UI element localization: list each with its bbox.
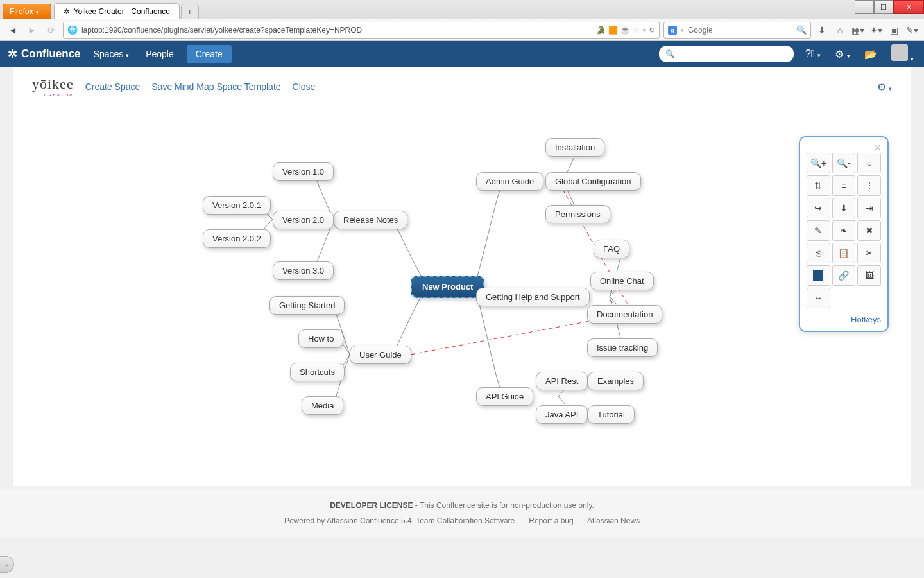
image-button[interactable]: 🖼 <box>857 265 881 286</box>
confluence-logo-icon: ✲ <box>8 47 17 61</box>
window-minimize-button[interactable]: — <box>855 0 874 14</box>
addon-icon[interactable]: 🟧 <box>608 26 618 35</box>
addon-icon[interactable]: ☕ <box>620 26 630 35</box>
list-view-button[interactable]: ≡ <box>832 175 856 196</box>
relation-button[interactable]: ↔ <box>807 288 830 308</box>
node-global-config[interactable]: Global Configuration <box>545 172 641 191</box>
save-template-link[interactable]: Save Mind Map Space Template <box>151 82 280 92</box>
zoom-out-button[interactable]: 🔍- <box>832 153 856 173</box>
window-maximize-button[interactable]: ☐ <box>874 0 893 14</box>
browser-tab[interactable]: ✲ Yoikee Creator - Confluence <box>54 3 180 19</box>
delete-button[interactable]: ✖ <box>857 220 881 241</box>
url-bar[interactable]: 🌐 laptop:1990/confluence/plugins/servlet… <box>63 22 660 39</box>
yoikee-toolbar: yōikee CREATOR Create Space Save Mind Ma… <box>13 67 911 107</box>
history-button[interactable]: ⟳ <box>44 22 59 38</box>
node-root[interactable]: New Product <box>411 276 484 298</box>
edit-button[interactable]: ✎ <box>807 220 830 241</box>
browser-search-box[interactable]: g ▾ 🔍 <box>663 22 811 39</box>
node-installation[interactable]: Installation <box>545 138 604 157</box>
color-button[interactable] <box>807 265 830 286</box>
style-button[interactable]: ❧ <box>832 220 856 241</box>
responsive-icon[interactable]: ▣ <box>887 25 901 35</box>
node-tutorial[interactable]: Tutorial <box>588 405 635 424</box>
node-java-api[interactable]: Java API <box>536 405 588 424</box>
node-v20[interactable]: Version 2.0 <box>273 211 334 229</box>
cut-button[interactable]: ✂ <box>857 243 881 263</box>
tab-favicon: ✲ <box>64 7 70 16</box>
people-menu[interactable]: People <box>142 46 178 62</box>
confluence-header: ✲ Confluence Spaces ▾ People Create 🔍 ?⃝… <box>0 41 924 67</box>
bookmark-star-icon[interactable]: ☆ <box>633 26 640 35</box>
notifications-icon[interactable]: 📂 <box>862 48 880 60</box>
node-user-guide[interactable]: User Guide <box>350 346 411 364</box>
download-button[interactable]: ⬇ <box>832 198 856 218</box>
reload-icon[interactable]: ↻ <box>649 26 655 35</box>
node-getting-started[interactable]: Getting Started <box>270 296 345 315</box>
dev-icon[interactable]: ✎▾ <box>905 25 919 35</box>
spaces-menu[interactable]: Spaces ▾ <box>90 46 133 62</box>
import-button[interactable]: ⇥ <box>857 198 881 218</box>
bookmarks-icon[interactable]: ▦▾ <box>851 25 865 35</box>
copy-button[interactable]: ⎘ <box>807 243 830 263</box>
attach-button[interactable]: 🔗 <box>832 265 856 286</box>
mindmap-canvas[interactable]: New Product Release Notes Version 1.0 Ve… <box>13 107 911 486</box>
atlassian-news-link[interactable]: Atlassian News <box>587 516 640 525</box>
node-documentation[interactable]: Documentation <box>587 305 662 324</box>
new-tab-button[interactable]: + <box>181 4 199 19</box>
firefox-menu-button[interactable]: Firefox <box>3 4 51 19</box>
create-space-link[interactable]: Create Space <box>85 82 141 92</box>
node-media[interactable]: Media <box>302 396 343 415</box>
node-shortcuts[interactable]: Shortcuts <box>290 363 345 381</box>
node-api-guide[interactable]: API Guide <box>476 387 533 406</box>
help-icon[interactable]: ?⃝ ▾ <box>803 48 823 60</box>
yoikee-settings-icon[interactable]: ⚙ ▾ <box>877 81 892 93</box>
forward-button[interactable]: ► <box>24 22 40 38</box>
zoom-fit-button[interactable]: ○ <box>857 153 881 173</box>
node-help-support[interactable]: Getting Help and Support <box>476 288 590 306</box>
node-api-rest[interactable]: API Rest <box>536 372 588 390</box>
close-link[interactable]: Close <box>293 82 316 92</box>
dropdown-icon[interactable]: ▾ <box>642 26 646 35</box>
user-menu[interactable]: ▾ <box>889 44 916 64</box>
window-close-button[interactable]: ✕ <box>893 0 924 14</box>
addon-toolbar-icon[interactable]: ✦▾ <box>869 25 883 35</box>
create-button[interactable]: Create <box>187 45 232 63</box>
confluence-search[interactable]: 🔍 <box>659 46 794 62</box>
addon-icon[interactable]: 🐊 <box>596 26 606 35</box>
node-online-chat[interactable]: Online Chat <box>590 272 654 290</box>
home-icon[interactable]: ⌂ <box>833 25 847 35</box>
downloads-icon[interactable]: ⬇ <box>815 25 829 35</box>
node-admin-guide[interactable]: Admin Guide <box>476 172 543 191</box>
avatar <box>891 44 908 61</box>
export-button[interactable]: ↪ <box>807 198 830 218</box>
node-how-to[interactable]: How to <box>298 329 343 348</box>
node-v202[interactable]: Version 2.0.2 <box>203 229 271 248</box>
toolbox-panel: × 🔍+ 🔍- ○ ⇅ ≡ ⋮ ↪ ⬇ ⇥ ✎ ❧ ✖ ⎘ 📋 ✂ 🔗 🖼 ↔ … <box>799 136 889 332</box>
site-identity-icon: 🌐 <box>67 25 78 35</box>
toolbox-close-icon[interactable]: × <box>874 141 881 155</box>
paste-button[interactable]: 📋 <box>832 243 856 263</box>
google-icon: g <box>668 26 677 35</box>
node-issue-tracking[interactable]: Issue tracking <box>587 338 658 357</box>
footer: DEVELOPER LICENSE - This Confluence site… <box>0 489 924 537</box>
zoom-in-button[interactable]: 🔍+ <box>807 153 830 173</box>
confluence-logo[interactable]: ✲ Confluence <box>8 47 81 61</box>
node-permissions[interactable]: Permissions <box>545 205 610 223</box>
yoikee-logo: yōikee CREATOR <box>32 76 74 98</box>
search-dropdown-icon[interactable]: ▾ <box>681 27 684 33</box>
tree-view-button[interactable]: ⇅ <box>807 175 830 196</box>
search-go-icon[interactable]: 🔍 <box>796 25 807 35</box>
report-bug-link[interactable]: Report a bug <box>529 516 573 525</box>
hotkeys-link[interactable]: Hotkeys <box>807 315 881 324</box>
node-examples[interactable]: Examples <box>588 372 644 390</box>
node-v10[interactable]: Version 1.0 <box>273 162 334 181</box>
node-faq[interactable]: FAQ <box>594 240 629 258</box>
node-v30[interactable]: Version 3.0 <box>273 261 334 280</box>
side-expand-handle[interactable]: › <box>0 556 14 573</box>
node-release-notes[interactable]: Release Notes <box>334 211 407 229</box>
settings-icon[interactable]: ⚙ ▾ <box>832 48 852 60</box>
more-button[interactable]: ⋮ <box>857 175 881 196</box>
back-button[interactable]: ◄ <box>5 22 21 38</box>
search-input[interactable] <box>688 26 792 35</box>
node-v201[interactable]: Version 2.0.1 <box>203 196 271 215</box>
